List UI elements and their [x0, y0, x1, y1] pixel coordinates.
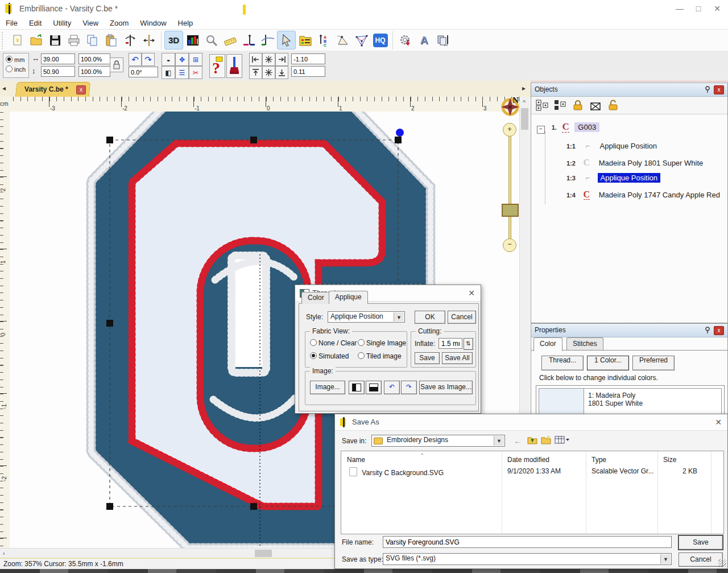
add-letter-button[interactable]: A — [415, 31, 433, 50]
column-name[interactable]: Name — [347, 456, 365, 464]
object-properties-button[interactable] — [296, 31, 315, 50]
zoom-slider-track[interactable] — [508, 135, 511, 240]
item-label[interactable]: Madeira Poly 1801 Super White — [599, 159, 704, 167]
swap-start-end-button[interactable] — [121, 31, 139, 50]
chevron-down-icon[interactable]: ▼ — [660, 554, 671, 564]
file-name-input[interactable] — [383, 536, 672, 548]
maximize-button[interactable]: □ — [690, 2, 707, 15]
vertical-scroll-thumb[interactable] — [521, 108, 528, 130]
document-tab[interactable]: Varsity C.be * x — [15, 82, 91, 97]
image-rotate-left-button[interactable]: ↶ — [384, 381, 400, 394]
menu-view[interactable]: View — [77, 19, 104, 27]
angle-input[interactable] — [129, 67, 158, 77]
back-icon[interactable]: ← — [514, 436, 522, 446]
tab-stitches[interactable]: Stitches — [566, 337, 603, 350]
mirror-vertical-button[interactable]: ◧ — [162, 66, 175, 79]
objects-panel-header[interactable]: Objects x — [531, 83, 727, 97]
close-button[interactable]: ✕ — [709, 2, 726, 15]
zoom-out-button[interactable]: − — [503, 238, 516, 252]
offset-y-input[interactable] — [291, 66, 325, 77]
print-button[interactable] — [64, 31, 83, 50]
ok-button[interactable]: OK — [415, 311, 445, 324]
height-percent-input[interactable] — [78, 66, 110, 77]
rotate-handle-dot[interactable] — [396, 129, 404, 137]
pin-icon[interactable] — [704, 85, 712, 93]
save-as-image-button[interactable]: Save as Image... — [419, 381, 473, 394]
color-bar-button[interactable] — [183, 31, 202, 50]
image-landscape-button[interactable] — [366, 381, 382, 394]
minimize-button[interactable]: — — [671, 2, 688, 15]
mirror-horizontal-button[interactable]: ◒ — [162, 53, 175, 66]
chevron-down-icon[interactable]: ▼ — [494, 436, 504, 446]
tab-close-icon[interactable]: x — [76, 85, 86, 94]
swap-direction-button[interactable] — [139, 31, 158, 50]
tree-item[interactable]: 1:1 ⌐ Applique Position — [566, 142, 657, 151]
trim-button[interactable]: ✂ — [189, 66, 202, 79]
open-file-button[interactable] — [27, 31, 46, 50]
stitch-settings-button[interactable] — [396, 31, 415, 50]
pin-icon[interactable] — [704, 326, 712, 334]
zoom-tool-button[interactable] — [202, 31, 221, 50]
tree-group-row[interactable]: − 1. C G003 — [537, 121, 599, 134]
save-file-button[interactable] — [46, 31, 64, 50]
inflate-stepper[interactable]: ⇅ — [464, 338, 473, 350]
stitch-simulator-button[interactable] — [258, 31, 277, 50]
unlock-icon[interactable] — [607, 100, 620, 111]
height-input[interactable] — [41, 66, 75, 77]
rotate-left-button[interactable]: ↶ — [129, 53, 142, 66]
save-as-type-dropdown[interactable]: SVG files (*.svg) ▼ — [383, 553, 672, 565]
zoom-in-button[interactable]: + — [503, 123, 516, 137]
measure-tool-button[interactable] — [221, 31, 239, 50]
mesh-edit-button[interactable] — [352, 31, 371, 50]
menu-zoom[interactable]: Zoom — [104, 19, 134, 27]
tree-item-selected[interactable]: 1:3 ⌐ Applique Position — [566, 174, 660, 183]
radio-none-clear[interactable]: None / Clear — [310, 339, 357, 347]
column-date-modified[interactable]: Date modified — [507, 456, 549, 464]
objects-panel-close-icon[interactable]: x — [714, 85, 724, 94]
scroll-up-icon[interactable]: ^ — [523, 99, 526, 106]
cutting-save-button[interactable]: Save — [415, 352, 440, 364]
baste-button[interactable] — [226, 54, 242, 78]
tab-scroll-left-icon[interactable]: ◂ — [2, 84, 6, 92]
view-menu-icon[interactable] — [555, 435, 569, 444]
tree-item[interactable]: 1:4 C Madeira Poly 1747 Candy Apple Red — [566, 189, 720, 200]
unit-mm-radio[interactable]: mm — [6, 56, 28, 63]
group-icon[interactable] — [536, 100, 548, 111]
center-design-button[interactable]: ✥ — [175, 53, 189, 66]
resize-grip[interactable] — [718, 559, 726, 567]
tree-item[interactable]: 1:2 C Madeira Poly 1801 Super White — [566, 158, 703, 168]
thread-tab-applique[interactable]: Applique — [329, 291, 368, 304]
item-label[interactable]: Madeira Poly 1747 Candy Apple Red — [599, 191, 720, 199]
copy-button[interactable] — [83, 31, 102, 50]
offset-x-input[interactable] — [291, 53, 325, 64]
properties-panel-header[interactable]: Properties x — [531, 324, 727, 337]
column-type[interactable]: Type — [592, 456, 606, 464]
new-file-button[interactable] — [8, 31, 27, 50]
cancel-button[interactable]: Cancel — [448, 311, 476, 324]
paste-button[interactable] — [102, 31, 121, 50]
properties-panel-close-icon[interactable]: x — [714, 326, 724, 335]
help-note-button[interactable]: ? — [209, 54, 225, 78]
align-right-button[interactable] — [275, 53, 288, 66]
menu-help[interactable]: Help — [172, 19, 199, 27]
thread-dialog-close-icon[interactable]: ✕ — [468, 288, 475, 298]
select-tool-button[interactable] — [277, 31, 296, 50]
file-list[interactable]: Name ⌃ Date modified Type Size Varsity C… — [341, 451, 724, 534]
inflate-input[interactable] — [439, 338, 462, 349]
image-portrait-button[interactable] — [349, 381, 365, 394]
aspect-lock-button[interactable] — [110, 57, 123, 72]
align-top-button[interactable] — [249, 66, 262, 79]
width-input[interactable] — [41, 53, 75, 64]
radio-single-image[interactable]: Single Image — [358, 339, 406, 347]
image-rotate-right-button[interactable]: ↷ — [401, 381, 417, 394]
copy-stitches-button[interactable] — [433, 31, 452, 50]
column-size[interactable]: Size — [663, 456, 676, 464]
menu-window[interactable]: Window — [134, 19, 172, 27]
item-label[interactable]: Applique Position — [598, 173, 660, 183]
radio-simulated[interactable]: Simulated — [310, 352, 349, 360]
view-3d-button[interactable]: 3D — [164, 31, 183, 50]
width-percent-input[interactable] — [78, 53, 110, 64]
node-edit-button[interactable] — [333, 31, 352, 50]
dialog-cancel-button[interactable]: Cancel — [679, 553, 723, 567]
style-dropdown[interactable]: Applique Position ▼ — [328, 311, 405, 323]
